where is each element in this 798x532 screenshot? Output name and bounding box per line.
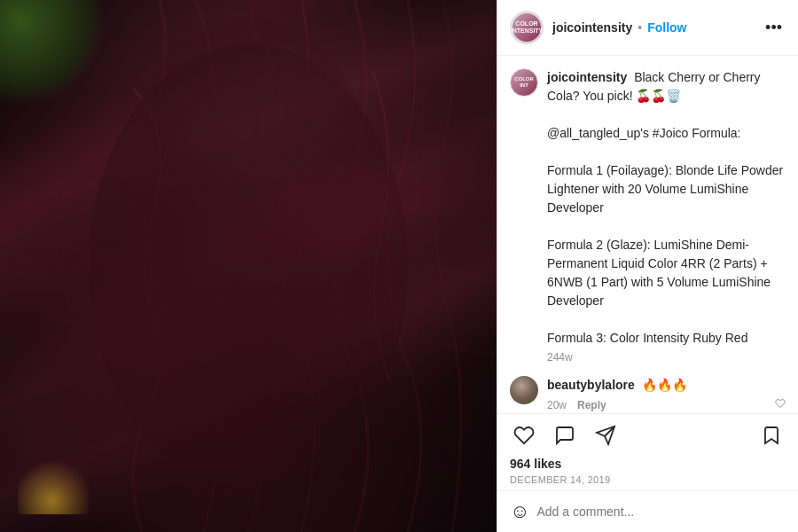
post-author-avatar-logo: COLORINT <box>514 76 534 88</box>
flowers-decoration <box>18 443 89 514</box>
avatar: COLORINTENSITY <box>510 11 544 44</box>
commenter-emojis: 🔥🔥🔥 <box>642 378 687 392</box>
main-post-emojis: 🍒🍒🗑️ <box>636 89 681 103</box>
main-post-text: joicointensity Black Cherry or Cherry Co… <box>547 68 786 348</box>
user-comment: beautybylalore 🔥🔥🔥 20w Reply <box>510 376 786 411</box>
comment-like-icon[interactable] <box>775 398 786 411</box>
follow-button[interactable]: Follow <box>647 20 686 35</box>
content-area: COLORINT joicointensity Black Cherry or … <box>497 56 798 413</box>
user-comment-text: beautybylalore 🔥🔥🔥 <box>547 376 786 395</box>
commenter-avatar <box>510 376 538 404</box>
post-username: joicointensity <box>552 20 632 35</box>
main-post-content: joicointensity Black Cherry or Cherry Co… <box>547 68 786 364</box>
like-button[interactable] <box>510 421 538 450</box>
bookmark-icon <box>761 425 782 446</box>
svg-point-1 <box>124 18 372 337</box>
right-panel: COLORINTENSITY joicointensity • Follow •… <box>497 0 798 532</box>
commenter-time: 20w <box>547 399 567 411</box>
share-button[interactable] <box>591 421 620 450</box>
share-icon <box>595 425 616 446</box>
hair-strands <box>0 0 497 532</box>
reply-button[interactable]: Reply <box>577 399 606 411</box>
add-comment-bar: ☺ <box>497 490 798 532</box>
header-info: joicointensity • Follow <box>552 20 762 35</box>
avatar-logo: COLORINTENSITY <box>511 20 544 34</box>
main-post-formula: @all_tangled_up's #Joico Formula:Formula… <box>547 126 783 345</box>
separator: • <box>638 20 642 35</box>
comment-button[interactable] <box>551 421 579 450</box>
post-date: December 14, 2019 <box>510 474 786 485</box>
commenter-avatar-img <box>510 376 538 404</box>
svg-point-0 <box>89 44 408 488</box>
main-post-comment: COLORINT joicointensity Black Cherry or … <box>510 68 786 364</box>
actions-bar: 964 likes December 14, 2019 <box>497 413 798 490</box>
user-comment-content: beautybylalore 🔥🔥🔥 20w Reply <box>547 376 786 411</box>
heart-icon <box>513 425 535 446</box>
main-post-meta: 244w <box>547 351 786 364</box>
emoji-button[interactable]: ☺ <box>510 500 529 523</box>
post-image <box>0 0 497 532</box>
add-comment-input[interactable] <box>536 505 786 519</box>
post-author-avatar: COLORINT <box>510 68 538 97</box>
commenter-username: beautybylalore <box>547 378 635 392</box>
comment-icon <box>554 425 575 446</box>
user-comment-meta: 20w Reply <box>547 398 786 411</box>
main-post-time: 244w <box>547 351 573 364</box>
more-options-button[interactable]: ••• <box>762 19 786 37</box>
leaves-decoration <box>0 0 106 106</box>
likes-count: 964 likes <box>510 457 786 471</box>
more-icon: ••• <box>765 19 782 37</box>
action-icons-row <box>510 421 786 450</box>
main-post-username: joicointensity <box>547 70 627 84</box>
bookmark-button[interactable] <box>757 421 786 450</box>
post-header: COLORINTENSITY joicointensity • Follow •… <box>497 0 798 56</box>
avatar-inner: COLORINTENSITY <box>512 13 541 42</box>
username-follow-row: joicointensity • Follow <box>552 20 762 35</box>
